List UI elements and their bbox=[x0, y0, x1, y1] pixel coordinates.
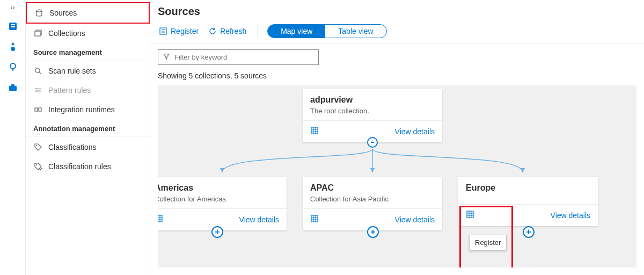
sidebar-item-sources[interactable]: Sources bbox=[26, 2, 150, 24]
sidebar: Sources Collections Source management Sc… bbox=[26, 0, 150, 275]
node-title: Americas bbox=[158, 177, 287, 195]
sidebar-item-classification-rules[interactable]: Classification rules bbox=[26, 157, 150, 176]
svg-rect-22 bbox=[311, 127, 318, 134]
svg-point-12 bbox=[37, 90, 38, 91]
node-title: adpurview bbox=[303, 89, 442, 107]
add-child-button[interactable]: + bbox=[523, 226, 535, 238]
sidebar-item-pattern-rules[interactable]: Pattern rules bbox=[26, 81, 150, 100]
grid-icon[interactable] bbox=[158, 214, 163, 225]
pattern-icon bbox=[33, 85, 43, 95]
filter-input-wrapper[interactable] bbox=[158, 49, 319, 65]
collection-icon bbox=[33, 28, 43, 38]
sidebar-item-scan-rule-sets[interactable]: Scan rule sets bbox=[26, 61, 150, 81]
toolbar: Register Refresh Map view Table view bbox=[150, 21, 644, 44]
tag-icon bbox=[33, 142, 43, 152]
register-button[interactable]: Register bbox=[158, 25, 200, 38]
refresh-label: Refresh bbox=[220, 27, 246, 35]
svg-point-10 bbox=[35, 68, 40, 73]
add-child-button[interactable]: + bbox=[211, 226, 223, 238]
filter-input[interactable] bbox=[174, 53, 314, 61]
sidebar-item-label: Integration runtimes bbox=[48, 105, 115, 114]
refresh-icon bbox=[208, 27, 217, 35]
collection-node-root[interactable]: adpurview The root collection. View deta… bbox=[303, 89, 442, 142]
svg-rect-13 bbox=[35, 108, 38, 111]
svg-rect-9 bbox=[35, 31, 40, 36]
sidebar-item-collections[interactable]: Collections bbox=[26, 24, 150, 43]
icon-rail: ›› bbox=[0, 0, 26, 275]
collection-node-americas[interactable]: Americas Collection for Americas View de… bbox=[158, 177, 287, 230]
sidebar-group-annotation-mgmt: Annotation management bbox=[26, 119, 150, 136]
page-title: Sources bbox=[150, 0, 644, 21]
database-icon bbox=[34, 8, 44, 18]
svg-rect-2 bbox=[11, 26, 15, 27]
sidebar-item-label: Sources bbox=[49, 9, 77, 17]
node-subtitle: The root collection. bbox=[303, 107, 442, 121]
add-child-button[interactable]: + bbox=[367, 226, 379, 238]
sidebar-item-label: Classifications bbox=[48, 143, 96, 151]
view-details-link[interactable]: View details bbox=[239, 215, 279, 224]
nav-management-icon[interactable] bbox=[8, 82, 18, 93]
node-title: Europe bbox=[458, 177, 598, 195]
svg-point-11 bbox=[35, 88, 36, 89]
svg-rect-7 bbox=[11, 84, 14, 86]
register-label: Register bbox=[171, 27, 199, 35]
refresh-button[interactable]: Refresh bbox=[207, 25, 247, 38]
map-canvas[interactable]: adpurview The root collection. View deta… bbox=[158, 85, 636, 267]
svg-marker-20 bbox=[370, 168, 375, 172]
svg-rect-1 bbox=[11, 24, 15, 25]
table-view-toggle[interactable]: Table view bbox=[325, 25, 386, 38]
result-counts: Showing 5 collections, 5 sources bbox=[150, 68, 644, 85]
svg-point-3 bbox=[11, 47, 15, 51]
collection-node-apac[interactable]: APAC Collection for Asia Pacific View de… bbox=[303, 177, 442, 230]
svg-rect-25 bbox=[311, 215, 318, 222]
nav-data-icon[interactable] bbox=[8, 21, 18, 32]
view-details-link[interactable]: View details bbox=[395, 215, 435, 224]
sidebar-item-label: Pattern rules bbox=[48, 86, 91, 95]
node-title: APAC bbox=[303, 177, 442, 195]
svg-rect-5 bbox=[12, 69, 13, 71]
scan-icon bbox=[33, 66, 43, 76]
expand-rail-button[interactable]: ›› bbox=[10, 3, 15, 11]
svg-point-4 bbox=[10, 63, 16, 69]
highlight-box-register bbox=[459, 206, 513, 267]
view-details-link[interactable]: View details bbox=[395, 127, 435, 136]
register-icon bbox=[159, 27, 167, 35]
sidebar-item-label: Classification rules bbox=[48, 162, 111, 171]
nav-insights-icon[interactable] bbox=[8, 62, 18, 73]
svg-point-16 bbox=[36, 164, 37, 165]
sidebar-item-classifications[interactable]: Classifications bbox=[26, 138, 150, 157]
sidebar-item-integration-runtimes[interactable]: Integration runtimes bbox=[26, 100, 150, 119]
nav-map-icon[interactable] bbox=[8, 41, 18, 52]
view-toggle: Map view Table view bbox=[267, 24, 387, 38]
svg-marker-19 bbox=[220, 168, 224, 172]
view-details-link[interactable]: View details bbox=[551, 211, 590, 220]
filter-row bbox=[150, 44, 644, 68]
grid-icon[interactable] bbox=[310, 214, 319, 225]
filter-icon bbox=[163, 53, 170, 62]
svg-rect-14 bbox=[39, 108, 41, 111]
tag-rule-icon bbox=[33, 162, 43, 171]
sidebar-item-label: Scan rule sets bbox=[48, 67, 96, 75]
sidebar-item-label: Collections bbox=[48, 29, 85, 38]
grid-icon[interactable] bbox=[310, 126, 319, 137]
map-view-toggle[interactable]: Map view bbox=[268, 25, 325, 38]
node-subtitle bbox=[458, 195, 598, 205]
svg-point-8 bbox=[36, 10, 42, 12]
sidebar-group-source-mgmt: Source management bbox=[26, 43, 150, 60]
svg-rect-6 bbox=[9, 86, 17, 91]
svg-marker-21 bbox=[521, 168, 525, 172]
svg-point-15 bbox=[36, 145, 37, 146]
main-content: Sources Register Refresh Map view Table … bbox=[150, 0, 644, 275]
node-subtitle: Collection for Americas bbox=[158, 195, 287, 209]
node-subtitle: Collection for Asia Pacific bbox=[303, 195, 442, 209]
runtime-icon bbox=[33, 105, 43, 114]
toolbar-separator bbox=[257, 25, 258, 38]
collapse-toggle[interactable] bbox=[367, 137, 378, 148]
